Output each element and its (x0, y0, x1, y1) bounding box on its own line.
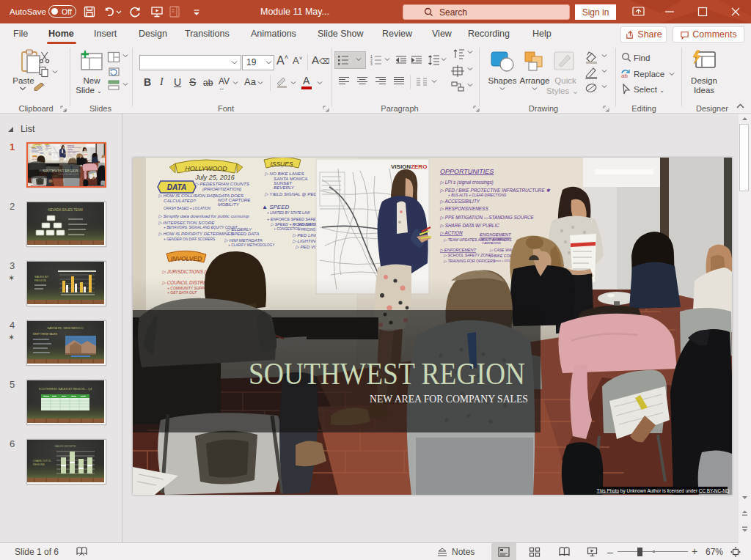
svg-text:CAMPAIGNS: CAMPAIGNS (482, 241, 501, 245)
svg-text:▷ ACTION: ▷ ACTION (439, 230, 463, 235)
svg-text:INVOLVED: INVOLVED (171, 255, 202, 262)
svg-text:ab: ab (621, 73, 628, 79)
svg-text:BEVERLY: BEVERLY (274, 185, 295, 190)
svg-text:▷ INTERSECTION SCORE: ▷ INTERSECTION SCORE (158, 220, 215, 225)
svg-text:▷ ACCESSIBILITY: ▷ ACCESSIBILITY (439, 199, 480, 204)
svg-text:▷ PPE MITIGATION —STANDING SOU: ▷ PPE MITIGATION —STANDING SOURCE (439, 215, 535, 220)
svg-text:SOUTHWEST SALES BY REGION – Q4: SOUTHWEST SALES BY REGION – Q4 (39, 387, 92, 391)
svg-text:▷ NO BIKE LANES: ▷ NO BIKE LANES (264, 171, 304, 176)
svg-text:▷ PEDESTRIAN COUNTS: ▷ PEDESTRIAN COUNTS (194, 181, 250, 186)
svg-text:▷ HIM METADATA: ▷ HIM METADATA (224, 237, 263, 243)
svg-text:NEVADA SALES TEAM: NEVADA SALES TEAM (48, 208, 83, 212)
svg-text:This Photo by Unknown Author i: This Photo by Unknown Author is licensed… (597, 488, 730, 494)
svg-text:SALES GROWTH: SALES GROWTH (55, 445, 76, 448)
svg-text:3: 3 (370, 62, 373, 65)
svg-text:CRASH BASED + LOCATION: CRASH BASED + LOCATION (164, 207, 211, 210)
svg-text:▷ TRAINING FOR OFFICERS: ▷ TRAINING FOR OFFICERS (443, 259, 496, 263)
svg-text:REGION: REGION (34, 279, 46, 282)
svg-text:▷ HOW IS COLLISION DATA: ▷ HOW IS COLLISION DATA (158, 193, 218, 198)
svg-text:SANTA FE, NEW MEXICO: SANTA FE, NEW MEXICO (47, 326, 84, 330)
svg-text:MOBILITY: MOBILITY (218, 202, 240, 207)
svg-text:REGIONS: REGIONS (33, 463, 45, 466)
svg-text:ENGAGEMENT: ENGAGEMENT (480, 232, 512, 237)
svg-text:▷ ENFORCEMENT: ▷ ENFORCEMENT (439, 248, 477, 252)
svg-text:▷ PED / BIKE PROTECTIVE INFRAS: ▷ PED / BIKE PROTECTIVE INFRASTRUCTURE ✱ (439, 188, 550, 193)
svg-text:HOLLYWOOD: HOLLYWOOD (185, 165, 227, 172)
svg-text:+ LIMITED BY STATE LAW: + LIMITED BY STATE LAW (267, 211, 310, 215)
svg-text:CALCULATED?: CALCULATED? (164, 198, 196, 203)
svg-text:▷ HOW IS PRIORITY DETERMINED: ▷ HOW IS PRIORITY DETERMINED (158, 231, 234, 236)
svg-text:NEW AREA FOR COMPANY SALES: NEW AREA FOR COMPANY SALES (370, 392, 528, 405)
svg-text:July 25, 2016: July 25, 2016 (194, 174, 235, 181)
svg-text:▷ LPI s (signal crossings): ▷ LPI s (signal crossings) (439, 180, 494, 185)
svg-text:VISIONZERO: VISIONZERO (391, 163, 427, 170)
svg-text:+ CONGESTION: + CONGESTION (274, 227, 301, 231)
svg-text:▷ SHARE DATA W/ PUBLIC: ▷ SHARE DATA W/ PUBLIC (439, 223, 499, 228)
svg-text:+ BUS ALTS + CLEAR DIRECTIONS: + BUS ALTS + CLEAR DIRECTIONS (448, 194, 507, 197)
svg-text:DATA: DATA (167, 183, 186, 191)
svg-text:▷ Simplify data download for p: ▷ Simplify data download for public cons… (158, 213, 249, 218)
svg-text:ISSUES: ISSUES (270, 161, 293, 168)
svg-text:(PRIORITIZATION): (PRIORITIZATION) (202, 186, 241, 191)
svg-text:SPEED DATA: SPEED DATA (231, 231, 259, 236)
svg-text:+ PRICING: + PRICING (298, 228, 315, 232)
svg-text:+ CLARIFY METHODOLOGY: + CLARIFY METHODOLOGY (228, 243, 275, 247)
svg-text:CHARS TOP 25: CHARS TOP 25 (33, 460, 51, 463)
svg-text:+ GENDER ON DIFF SCORERS: + GENDER ON DIFF SCORERS (164, 237, 216, 241)
svg-text:KEEP THESE SALES: KEEP THESE SALES (33, 333, 58, 336)
svg-text:OPPORTUNITIES: OPPORTUNITIES (440, 168, 494, 175)
svg-text:SOUTHWEST REGION: SOUTHWEST REGION (249, 356, 525, 391)
svg-text:▷ LIGHTING: ▷ LIGHTING (292, 238, 319, 243)
svg-text:▷ RESPONSIVENESS: ▷ RESPONSIVENESS (439, 206, 488, 211)
svg-text:▷ SCHOOL SAFETY ZONES: ▷ SCHOOL SAFETY ZONES (443, 253, 494, 257)
svg-text:▲ SPEED: ▲ SPEED (262, 204, 289, 210)
